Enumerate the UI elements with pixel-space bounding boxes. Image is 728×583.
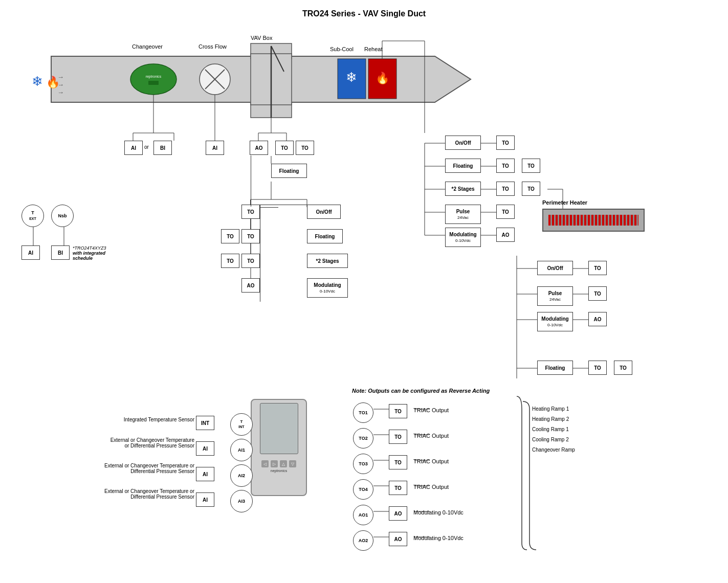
circle-to4: TO4 [353,479,373,500]
box-to-onoff-peri: TO [588,261,607,275]
circle-ai1: AI1 [230,439,253,461]
box-to-2stage-right: TO [241,254,260,268]
box-to4: TO [389,481,407,495]
label-changeover: Changeover [132,43,163,50]
box-to-pulse-reheat: TO [496,205,515,219]
svg-line-17 [205,70,225,89]
perimeter-heater [542,209,645,232]
label-to1: TRIAC Output [413,407,449,413]
box-ai-ai1: AI [196,441,214,456]
box-2stages-vav: *2 Stages [307,254,348,268]
label-to4: TRIAC Output [413,484,449,490]
svg-text:→: → [57,81,64,88]
box-to3: TO [389,455,407,469]
svg-rect-3 [251,54,292,105]
circle-to1: TO1 [353,402,373,423]
box-onoff-reheat: On/Off [445,136,481,150]
box-pulse-reheat: Pulse24Vac [445,205,481,224]
perimeter-label: Perimeter Heater [542,199,587,206]
box-ai-ai2: AI [196,467,214,481]
controller-device: ◁ ▷ △ ▽ neptronics [251,399,307,496]
box-to-2stage1-reheat: TO [496,182,515,196]
box-to2: TO [389,430,407,444]
label-vavbox: VAV Box [251,35,272,41]
label-to2: TRIAC Output [413,433,449,439]
svg-text:🔥: 🔥 [46,75,60,89]
box-floating-reheat: Floating [445,159,481,173]
box-ai-crossflow: AI [206,141,224,155]
box-to-float1-peri: TO [588,361,607,375]
label-reheat: Reheat [364,46,382,52]
box-to-onoff-left: TO [241,205,260,219]
diagram-area: TRO24 Series - VAV Single Duct ❄ 🔥 ❄ 🔥 →… [0,0,728,583]
box-ai-text: AI [21,245,40,260]
svg-rect-2 [251,102,292,118]
box-to1-vav: TO [275,141,294,155]
label-ai3-sensor: External or Changeover Temperature orDif… [38,488,194,500]
box-ai-ai3: AI [196,492,214,507]
box-to1: TO [389,404,407,418]
svg-line-20 [271,46,284,72]
svg-text:→: → [57,88,64,96]
box-to-float2-reheat: TO [522,159,540,173]
svg-text:❄: ❄ [32,74,43,89]
svg-text:→: → [57,73,64,81]
box-floating-vav: Floating [271,164,307,178]
box-ao-vav: AO [250,141,268,155]
circle-nsb: Nsb [51,205,74,227]
label-to3: TRIAC Output [413,458,449,464]
svg-rect-6 [368,59,396,99]
svg-text:❄: ❄ [346,70,357,85]
circle-ai2: AI2 [230,464,253,487]
svg-rect-1 [251,43,292,59]
box-ao-mod-peri: AO [588,312,607,326]
box-to-float-right: TO [241,229,260,243]
circle-text: TEXT [21,205,44,227]
svg-rect-4 [338,59,366,99]
label-ao1: Modulating 0-10Vdc [413,509,464,515]
label-int-sensor: Integrated Temperature Sensor [79,417,194,422]
box-onoff-peri: On/Off [537,261,573,275]
box-ao2: AO [389,532,407,546]
box-onoff-vav: On/Off [307,205,341,219]
box-ai-changeover: AI [124,141,143,155]
note-reverse-acting: Note: Outputs can be configured as Rever… [352,388,490,394]
label-ai1-sensor: External or Changeover Temperatureor Dif… [38,437,194,449]
svg-text:reptronics: reptronics [146,75,162,79]
circle-to3: TO3 [353,454,373,474]
box-mod-vav: Modulating0-10Vdc [307,278,348,298]
box-mod-peri: Modulating0-10Vdc [537,312,573,331]
svg-rect-15 [148,81,159,85]
label-subcool: Sub-Cool [330,46,354,52]
box-bi-nsb: BI [51,245,70,260]
box-ao-mod-vav: AO [241,278,260,293]
box-floating-peri: Floating [537,361,573,375]
label-ao2: Modulating 0-10Vdc [413,535,464,541]
box-pulse-peri: Pulse24Vac [537,286,573,306]
box-to-float1-reheat: TO [496,159,515,173]
circle-ai3: AI3 [230,490,253,512]
svg-text:🔥: 🔥 [376,71,390,85]
label-ai2-sensor: External or Changeover Temperature orDif… [38,463,194,474]
label-crossflow: Cross Flow [198,43,227,50]
svg-line-18 [205,70,225,89]
circle-to2: TO2 [353,428,373,449]
svg-marker-0 [51,56,471,102]
circle-ao2: AO2 [353,530,373,551]
box-to-float-left: TO [221,229,239,243]
box-ao-mod-reheat: AO [496,228,515,242]
box-mod-reheat: Modulating0-10Vdc [445,228,481,247]
box-to-2stage2-reheat: TO [522,182,540,196]
svg-point-13 [130,64,177,95]
circle-ao1: AO1 [353,505,373,525]
page-title: TRO24 Series - VAV Single Duct [0,0,728,24]
box-to-onoff-reheat: TO [496,136,515,150]
svg-point-16 [200,64,230,95]
circle-tint: TINT [230,413,253,436]
box-floating-vav2: Floating [307,229,343,243]
label-or: or [144,144,149,150]
box-bi-changeover: BI [153,141,172,155]
box-to-2stage-left: TO [221,254,239,268]
box-ao1: AO [389,506,407,521]
box-2stages-reheat: *2 Stages [445,182,481,196]
